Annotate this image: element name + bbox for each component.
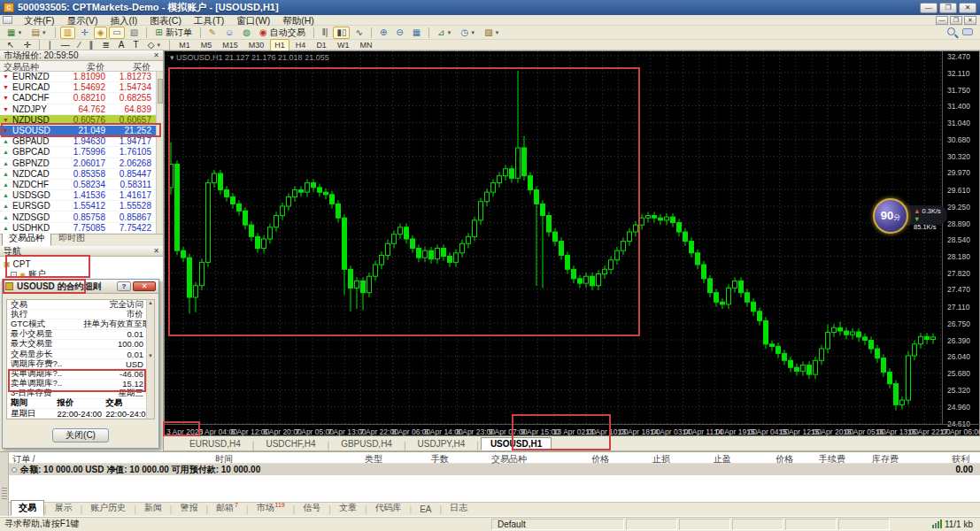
terminal-button[interactable]: ▭	[109, 27, 124, 39]
navigator-close-icon[interactable]: ✕	[153, 247, 159, 255]
market-watch-row-usdsgd[interactable]: ▲USDSGD1.415361.41617	[0, 190, 163, 201]
profiles-button[interactable]: ▤▼	[27, 27, 50, 39]
market-watch-close-icon[interactable]: ✕	[153, 51, 159, 59]
zoom-out-button[interactable]: ⊖	[392, 27, 406, 39]
terminal-tab-账户历史[interactable]: 账户历史	[82, 500, 134, 516]
data-window-button[interactable]: ✛	[77, 27, 91, 39]
chart-tab-gbpusd-h4[interactable]: GBPUSD,H4	[331, 437, 402, 450]
menu-插入I[interactable]: 插入(I)	[104, 15, 143, 26]
market-watch-row-nzdsgd[interactable]: ▲NZDSGD0.857580.85867	[0, 212, 163, 222]
market-watch-row-eurcad[interactable]: ▼EURCAD1.546921.54734	[0, 82, 163, 93]
shapes-button[interactable]: ◇▼	[144, 39, 166, 51]
terminal-tab-警报[interactable]: 警报	[172, 500, 205, 516]
terminal-tab-文章[interactable]: 文章	[331, 500, 365, 516]
dialog-close-button[interactable]: 关闭(C)	[52, 428, 109, 442]
market-watch-row-usdhkd[interactable]: ▲USDHKD7.750857.75422	[0, 223, 163, 234]
child-restore-button[interactable]: ❐	[950, 16, 962, 25]
menu-窗口W[interactable]: 窗口(W)	[230, 15, 276, 26]
timeframe-mn[interactable]: MN	[355, 39, 376, 51]
timeframe-h1[interactable]: H1	[270, 39, 289, 51]
line-chart-button[interactable]: ∿	[351, 27, 366, 39]
search-icon[interactable]	[947, 27, 955, 35]
market-watch-row-gbpaud[interactable]: ▲GBPAUD1.946301.94717	[0, 136, 163, 147]
chart-window[interactable]: ▾ USOUSD,H1 21.127 21.176 21.018 21.055 …	[164, 50, 980, 436]
market-watch-row-eurnzd[interactable]: ▼EURNZD1.810901.81273	[0, 72, 163, 82]
terminal-tab-EA[interactable]: EA	[412, 503, 439, 516]
menu-显示V[interactable]: 显示(V)	[60, 15, 104, 26]
price-axis[interactable]: 32.47032.11031.75031.40031.04030.68030.3…	[942, 51, 980, 424]
terminal-tab-展示[interactable]: 展示	[47, 500, 81, 516]
market-watch-row-nzdusd[interactable]: ▼NZDUSD0.605760.60657	[0, 115, 163, 126]
terminal-tab-日志[interactable]: 日志	[442, 500, 475, 516]
templates-button[interactable]: ▨▼	[481, 27, 503, 39]
strategy-tester-button[interactable]: ▧	[127, 27, 142, 39]
terminal-tab-信号[interactable]: 信号	[295, 500, 328, 516]
timeframe-m5[interactable]: M5	[197, 39, 217, 51]
channel-button[interactable]: ∥	[85, 39, 96, 51]
terminal-side-strip[interactable]	[0, 452, 9, 517]
child-minimize-button[interactable]: —	[936, 16, 948, 25]
experts-button[interactable]: ☺	[221, 27, 237, 39]
market-watch-row-gbpcad[interactable]: ▲GBPCAD1.759961.76105	[0, 147, 163, 158]
tile-windows-button[interactable]: ▦	[409, 27, 424, 39]
market-watch-row-nzdjpy[interactable]: ▼NZDJPY64.76264.839	[0, 104, 163, 115]
candlestick-button[interactable]: ▮▯	[333, 27, 350, 39]
dropdown-arrow-icon[interactable]: ▼	[447, 30, 452, 35]
indicators-button[interactable]: ⊿▼	[434, 27, 455, 39]
new-order-button[interactable]: ⊞新订单	[151, 27, 195, 39]
dropdown-arrow-icon[interactable]: ▼	[156, 42, 161, 48]
chat-icon[interactable]	[962, 28, 973, 35]
navigator-button[interactable]: ◈	[94, 27, 108, 39]
market-watch-scrollbar[interactable]	[156, 72, 163, 234]
market-watch-button[interactable]: ▥	[60, 27, 75, 39]
market-watch-row-cadchf[interactable]: ▼CADCHF0.682100.68255	[0, 93, 163, 104]
terminal-tab-代码库[interactable]: 代码库	[367, 500, 410, 516]
time-axis[interactable]: 3 Apr 20206 Apr 04:006 Apr 12:006 Apr 20…	[165, 424, 980, 437]
market-watch-row-eursgd[interactable]: ▲EURSGD1.554121.55528	[0, 201, 163, 212]
dropdown-arrow-icon[interactable]: ▼	[470, 30, 475, 35]
minimize-button[interactable]: —	[920, 3, 938, 13]
menu-帮助H[interactable]: 帮助(H)	[276, 15, 320, 26]
terminal-tab-邮箱[interactable]: 邮箱7	[208, 500, 246, 516]
timeframe-h4[interactable]: H4	[291, 39, 311, 51]
tree-expand-icon[interactable]: -	[11, 272, 17, 278]
zoom-in-button[interactable]: ⊕	[376, 27, 390, 39]
timeframe-w1[interactable]: W1	[333, 39, 354, 51]
market-watch-row-nzdchf[interactable]: ▲NZDCHF0.582340.58311	[0, 180, 163, 190]
label-button[interactable]: T	[130, 39, 143, 51]
menu-文件F[interactable]: 文件(F)	[18, 15, 60, 26]
menu-工具T[interactable]: 工具(T)	[188, 15, 230, 26]
child-close-button[interactable]: ✕	[964, 16, 976, 25]
dropdown-arrow-icon[interactable]: ▼	[495, 30, 500, 35]
dialog-close-icon[interactable]: ✕	[133, 281, 156, 291]
fibonacci-button[interactable]: ≣	[98, 39, 112, 51]
chart-tab-usdchf-h4[interactable]: USDCHF,H4	[256, 437, 325, 450]
market-watch-row-nzdcad[interactable]: ▲NZDCAD0.853580.85447	[0, 169, 163, 180]
maximize-button[interactable]: ❐	[939, 3, 957, 13]
community-button[interactable]: ◍	[239, 27, 254, 39]
score-badge[interactable]: 90分	[873, 198, 908, 234]
text-button[interactable]: A	[115, 39, 128, 51]
chart-tab-eurusd-h4[interactable]: EURUSD,H4	[180, 437, 251, 450]
menu-图表C[interactable]: 图表(C)	[143, 15, 188, 26]
timeframe-m1[interactable]: M1	[174, 39, 195, 51]
timeframe-d1[interactable]: D1	[312, 39, 331, 51]
close-button[interactable]: ✕	[959, 3, 976, 13]
status-profile[interactable]: Default	[491, 519, 624, 530]
terminal-tab-交易[interactable]: 交易	[11, 500, 44, 516]
chart-tab-usdjpy-h4[interactable]: USDJPY,H4	[408, 437, 475, 450]
terminal-tab-新闻[interactable]: 新闻	[136, 500, 170, 516]
bar-chart-button[interactable]: ‖|	[319, 27, 332, 39]
market-watch-row-gbpnzd[interactable]: ▲GBPNZD2.060172.06268	[0, 158, 163, 169]
new-chart-button[interactable]: ▦▼	[4, 27, 26, 39]
metaeditor-button[interactable]: ✎	[205, 27, 220, 39]
dropdown-arrow-icon[interactable]: ▼	[42, 30, 47, 35]
dialog-help-button[interactable]: ?	[117, 281, 131, 291]
timeframe-m15[interactable]: M15	[218, 39, 243, 51]
dropdown-arrow-icon[interactable]: ▼	[17, 30, 22, 35]
periods-button[interactable]: ◷▼	[457, 27, 479, 39]
market-watch-row-usousd[interactable]: ▼USOUSD21.04921.252	[0, 126, 163, 136]
dialog-title-bar[interactable]: USOUSD 的合约细则 ? ✕	[3, 280, 158, 294]
autotrading-button[interactable]: ◉自动交易	[256, 27, 309, 39]
dialog-scrollbar[interactable]: ▲▼	[146, 300, 154, 419]
